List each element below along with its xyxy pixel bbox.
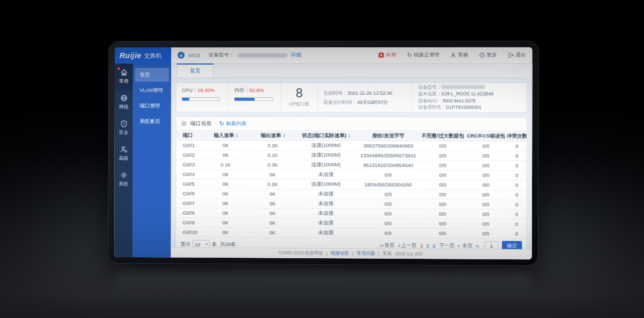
cell-fragments: 0/0 (421, 162, 465, 168)
cell-input-rate: 0K (202, 181, 249, 187)
cell-port: Gi0/5 (176, 181, 202, 187)
next-page-icon[interactable]: ▸ (458, 243, 460, 248)
cell-output-rate: 0.2K (249, 181, 296, 187)
cell-status: 未连接 (296, 190, 355, 197)
wizard-button[interactable]: 向导 (379, 52, 396, 59)
memory-label: 内存： (234, 87, 249, 93)
next-page-button[interactable]: 下一页 (439, 242, 455, 249)
home-icon (120, 68, 128, 76)
first-page-icon[interactable]: |◂ (380, 243, 383, 248)
cell-fragments: 0/0 (421, 192, 465, 197)
prev-page-icon[interactable]: ◂ (398, 243, 400, 248)
refresh-list-button[interactable]: ↻ 刷新列表 (219, 120, 247, 127)
cell-rx-tx-bytes: 0/0 (356, 172, 421, 178)
cloud-management-button[interactable]: ↻ 锐捷云管理 (407, 52, 439, 59)
memory-section: 内存：52.8% (229, 83, 282, 112)
up-ports-count: 8 (296, 87, 303, 100)
app-header: Ruijie 交换机 e WEB 设备型号： 详细 向导 ↻ (115, 47, 533, 63)
last-page-icon[interactable]: ▸| (476, 243, 479, 248)
eweb-screen: Ruijie 交换机 e WEB 设备型号： 详细 向导 ↻ (114, 47, 532, 259)
cell-port: Gi0/9 (176, 220, 202, 225)
col-rx-tx-bytes: 接收/发送字节 (356, 132, 421, 139)
first-page-button[interactable]: 首页 (384, 242, 395, 249)
cell-fragments: 0/0 (421, 172, 465, 178)
cell-port: Gi0/6 (176, 190, 202, 196)
cell-collisions: 0 (507, 143, 527, 149)
prev-page-button[interactable]: 上一页 (401, 242, 417, 249)
table-row: Gi0/3 0.1K 0.3K 连接(1000M) 85131816/33485… (176, 160, 527, 171)
cell-fragments: 0/0 (421, 152, 465, 158)
sort-icon[interactable]: ▴▾ (283, 133, 285, 138)
tab-home[interactable]: 首页 (177, 63, 214, 77)
cell-collisions: 0 (507, 192, 527, 197)
user-gear-icon (120, 145, 128, 153)
cell-port: Gi0/2 (176, 152, 202, 158)
more-icon (479, 52, 485, 58)
col-status[interactable]: 状态(端口实际速率) ▴▾ (296, 132, 355, 139)
cell-input-rate: 0K (202, 210, 249, 216)
cell-fragments: 0/0 (421, 143, 465, 149)
col-output-rate[interactable]: 输出速率 ▴▾ (249, 132, 296, 139)
cell-crc-errors: 0/0 (465, 230, 507, 236)
sort-icon[interactable]: ▴▾ (236, 133, 238, 138)
cpu-section: CPU：18.40% (177, 83, 229, 112)
section-title: 端口信息 (190, 120, 212, 128)
col-collisions: 冲突次数 (507, 132, 527, 139)
memory-progress-bar (234, 97, 273, 101)
cpu-value: 18.40% (198, 87, 215, 93)
cell-output-rate: 0K (249, 190, 296, 196)
sidebar-rail: 常用 网络 安全 高级 (114, 63, 133, 257)
table-row: Gi0/5 0K 0.2K 连接(1000M) 1804456/26530426… (176, 179, 527, 190)
more-button[interactable]: 更多 (479, 52, 497, 59)
logout-icon (508, 52, 514, 58)
sidebar-item-security[interactable]: 安全 (115, 115, 133, 141)
faq-link[interactable]: 常见问题 (356, 250, 375, 257)
customer-service-button[interactable]: 客服 (450, 52, 468, 59)
wizard-icon (379, 52, 384, 58)
cell-crc-errors: 0/0 (465, 201, 507, 207)
sidebar-item-system[interactable]: 系统 (114, 167, 132, 193)
page-number[interactable]: 3 (431, 243, 437, 249)
sidebar-item-port[interactable]: 端口管理 (135, 99, 169, 113)
sidebar-item-advanced[interactable]: 高级 (115, 141, 133, 167)
device-info-section: 设备型号： 版本信息：S29-L_RGOS 11.4(1)B48 设备MAC：3… (413, 83, 527, 112)
col-input-rate[interactable]: 输入速率 ▴▾ (202, 132, 249, 139)
cell-crc-errors: 0/0 (465, 182, 507, 188)
page-number[interactable]: 1 (418, 242, 424, 248)
col-port: 端口 (176, 132, 202, 139)
model-label: 设备型号： (418, 84, 442, 90)
sidebar-item-vlan[interactable]: VLAN管理 (135, 83, 169, 97)
cell-rx-tx-bytes: 0/0 (356, 191, 421, 197)
detail-link[interactable]: 详细 (291, 52, 301, 59)
cell-input-rate: 0K (202, 229, 249, 235)
sort-icon[interactable]: ▴▾ (348, 133, 350, 138)
eweb-logo-icon: e (178, 52, 185, 59)
cell-output-rate: 0.3K (249, 162, 296, 168)
app-body: 常用 网络 安全 高级 (114, 63, 532, 259)
sidebar-item-reboot[interactable]: 系统重启 (135, 114, 169, 128)
version-label: 版本信息： (418, 91, 442, 96)
total-count: 共28条 (220, 241, 236, 248)
cell-rx-tx-bytes: 0/0 (355, 220, 421, 227)
community-link[interactable]: 锐捷社区 (331, 250, 349, 257)
uptime-value: 49天01时07分 (357, 100, 388, 105)
cpu-progress-bar (182, 97, 220, 101)
col-fragments: 不完整/过大数据包 (421, 132, 465, 139)
table-row: Gi0/4 0K 0K 未连接 0/0 0/0 0/0 0 (176, 169, 527, 180)
sidebar-item-home[interactable]: 首页 (135, 68, 169, 82)
table-header-row: 端口 输入速率 ▴▾ 输出速率 ▴▾ (176, 130, 527, 141)
sidebar-item-network[interactable]: 网络 (115, 90, 133, 116)
page-number[interactable]: 2 (425, 243, 431, 249)
status-panel: CPU：18.40% 内存：52.8% 8 (176, 82, 528, 113)
gear-icon (120, 171, 128, 179)
cell-collisions: 0 (507, 172, 527, 178)
cell-port: Gi0/4 (176, 171, 202, 177)
tab-strip: 首页 (171, 63, 533, 78)
logout-button[interactable]: 退出 (508, 52, 526, 59)
last-page-button[interactable]: 末页 (462, 242, 472, 249)
person-icon (450, 52, 456, 58)
cell-input-rate: 0K (202, 190, 249, 196)
cell-crc-errors: 0/0 (465, 143, 507, 149)
cell-port: Gi0/10 (176, 229, 202, 235)
sidebar-item-common[interactable]: 常用 (115, 64, 133, 90)
